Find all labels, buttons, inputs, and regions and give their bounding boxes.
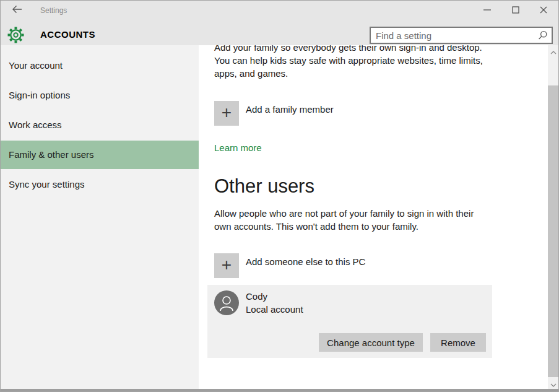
arrow-left-icon bbox=[12, 5, 23, 16]
window-bottom-border bbox=[1, 389, 558, 391]
learn-more-link[interactable]: Learn more bbox=[214, 142, 262, 153]
maximize-icon bbox=[512, 5, 519, 16]
titlebar: Settings bbox=[1, 1, 558, 45]
vertical-scrollbar[interactable] bbox=[548, 45, 558, 390]
sidebar-item-work-access[interactable]: Work access bbox=[1, 111, 199, 139]
add-someone-else-label: Add someone else to this PC bbox=[246, 256, 365, 267]
window-title: Settings bbox=[40, 6, 67, 15]
other-users-description-line: own accounts. This won't add them to you… bbox=[214, 220, 474, 233]
add-someone-else-button[interactable]: + bbox=[214, 253, 239, 278]
close-icon bbox=[540, 5, 547, 16]
gear-icon bbox=[7, 27, 24, 43]
main-content: Add your family so everybody gets their … bbox=[199, 45, 548, 390]
change-account-type-button[interactable]: Change account type bbox=[319, 333, 423, 352]
chevron-down-icon bbox=[550, 378, 557, 390]
remove-button[interactable]: Remove bbox=[430, 333, 486, 352]
other-users-description-line: Allow people who are not part of your fa… bbox=[214, 207, 474, 220]
sidebar-item-sign-in-options[interactable]: Sign-in options bbox=[1, 81, 199, 110]
sidebar-item-sync-your-settings[interactable]: Sync your settings bbox=[1, 170, 199, 199]
user-name: Cody bbox=[246, 290, 267, 303]
sidebar: Your account Sign-in options Work access… bbox=[1, 45, 199, 390]
plus-icon: + bbox=[222, 104, 232, 121]
add-family-member-button[interactable]: + bbox=[214, 101, 239, 126]
maximize-button[interactable] bbox=[508, 4, 524, 17]
page-title: ACCOUNTS bbox=[40, 29, 95, 40]
add-family-member-label: Add a family member bbox=[246, 104, 334, 115]
other-users-heading: Other users bbox=[214, 175, 314, 198]
other-users-description: Allow people who are not part of your fa… bbox=[214, 207, 474, 233]
search-box bbox=[370, 27, 553, 44]
search-input[interactable] bbox=[371, 28, 538, 43]
person-icon bbox=[214, 290, 239, 315]
scrollbar-up-button[interactable] bbox=[548, 45, 558, 57]
family-intro-line: You can help kids stay safe with appropr… bbox=[214, 54, 483, 67]
scrollbar-down-button[interactable] bbox=[548, 378, 558, 390]
family-intro-paragraph: Add your family so everybody gets their … bbox=[214, 45, 483, 80]
family-intro-line: apps, and games. bbox=[214, 67, 483, 80]
search-icon bbox=[538, 30, 548, 40]
back-button[interactable] bbox=[9, 4, 25, 17]
chevron-up-icon bbox=[550, 46, 557, 57]
user-row-cody[interactable]: Cody Local account Change account type R… bbox=[207, 285, 492, 358]
sidebar-item-your-account[interactable]: Your account bbox=[1, 51, 199, 80]
user-account-type: Local account bbox=[246, 303, 303, 316]
family-intro-line: Add your family so everybody gets their … bbox=[214, 45, 483, 54]
minimize-icon bbox=[483, 5, 492, 16]
scrollbar-thumb[interactable] bbox=[548, 85, 558, 377]
close-button[interactable] bbox=[535, 4, 552, 17]
sidebar-item-family-other-users[interactable]: Family & other users bbox=[1, 141, 199, 169]
plus-icon: + bbox=[222, 256, 232, 274]
settings-window: Settings bbox=[0, 0, 559, 392]
minimize-button[interactable] bbox=[479, 4, 495, 17]
